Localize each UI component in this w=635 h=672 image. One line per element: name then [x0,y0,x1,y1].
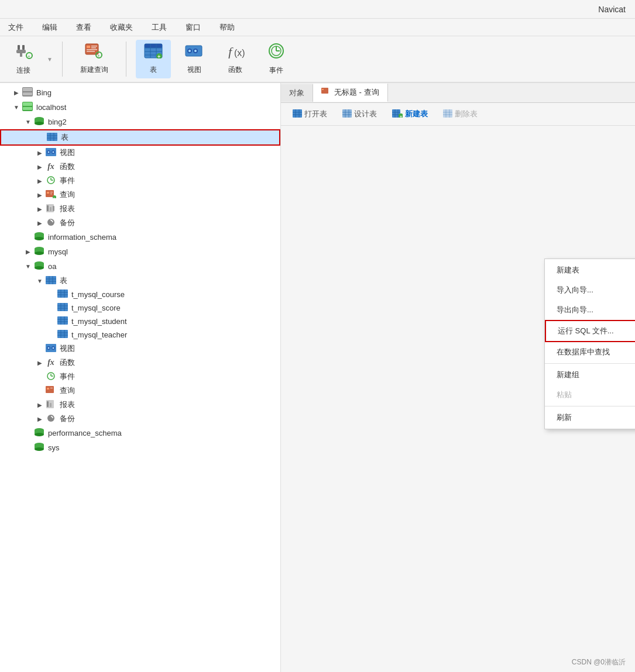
tab-query[interactable]: 无标题 - 查询 [313,84,388,102]
ctx-run-sql[interactable]: 运行 SQL 文件... 2 [545,320,635,342]
svg-text:+: + [400,115,402,118]
svg-rect-96 [57,330,68,338]
ctx-new-table[interactable]: 新建表 [545,260,635,280]
ctx-refresh[interactable]: 刷新 [545,408,635,428]
open-table-button[interactable]: 打开表 [287,106,333,122]
bing2-event-label: 事件 [60,175,75,186]
arrow-icon: ▶ [35,164,44,170]
menu-favorites[interactable]: 收藏夹 [107,21,136,34]
sidebar-item-bing2-table[interactable]: ▶ 表 1 [0,129,280,146]
toolbar-query-button[interactable]: + 新建查询 [72,40,116,78]
sidebar-item-oa-report[interactable]: ▶ 报表 [0,398,280,412]
sidebar-item-bing2-query[interactable]: ▶ + 查询 [0,188,280,202]
oa-query-label: 查询 [60,385,75,396]
ctx-export[interactable]: 导出向导... [545,300,635,320]
svg-point-27 [194,50,197,52]
ctx-divider-2 [545,406,635,406]
svg-point-66 [47,219,54,226]
sidebar-item-oa-t1[interactable]: ▶ t_mysql_course [0,288,280,301]
sidebar-item-bing2-event[interactable]: ▶ 事件 [0,174,280,188]
sidebar-item-oa-t2[interactable]: ▶ t_mysql_score [0,301,280,315]
oa-report-icon [44,400,57,410]
svg-point-50 [48,151,50,153]
query-folder-icon: + [44,190,57,200]
delete-table-label: 删除表 [455,109,478,119]
toolbar-table-button[interactable]: + 表 [136,40,171,78]
arrow-icon: ▶ [35,206,44,212]
oa-t4-icon [56,330,69,340]
sidebar: ▶ Bing ▼ localhost [0,83,281,672]
menu-window[interactable]: 窗口 [182,21,204,34]
sidebar-item-oa-table[interactable]: ▼ 表 [0,274,280,288]
sidebar-item-oa-func[interactable]: ▶ fx 函数 [0,356,280,370]
sidebar-item-bing2-func[interactable]: ▶ fx 函数 [0,160,280,174]
sidebar-item-bing[interactable]: ▶ Bing [0,85,280,100]
oa-event-icon [44,372,57,382]
perf-schema-label: performance_schema [48,429,122,437]
toolbar-view-button[interactable]: 视图 [177,40,212,78]
new-table-button[interactable]: + 新建表 [386,106,434,122]
svg-rect-57 [47,192,49,194]
arrow-icon: ▶ [35,416,44,422]
mysql-db-icon [33,246,46,257]
ctx-import[interactable]: 导入向导... [545,280,635,300]
query-tab-label: 无标题 - 查询 [334,87,379,98]
ctx-new-group[interactable]: 新建组 [545,365,635,385]
menu-tools[interactable]: 工具 [148,21,170,34]
sidebar-item-info-schema[interactable]: ▶ information_schema [0,230,280,244]
bing2-query-label: 查询 [60,189,75,200]
menu-file[interactable]: 文件 [5,21,27,34]
arrow-icon: ▶ [35,360,44,366]
sidebar-item-sys[interactable]: ▶ sys [0,440,280,455]
bing-server-icon [21,87,34,98]
bing2-backup-label: 备份 [60,218,75,228]
sidebar-item-bing2-view[interactable]: ▶ 视图 [0,146,280,160]
backup-folder-icon [44,218,57,228]
sidebar-item-localhost[interactable]: ▼ localhost [0,100,280,115]
toolbar-func-button[interactable]: f (x) 函数 [218,40,253,78]
func-icon: f (x) [226,43,245,63]
menu-view[interactable]: 查看 [73,21,95,34]
svg-rect-9 [91,47,96,49]
sys-db-icon [33,442,46,453]
bing2-view-label: 视图 [60,147,75,158]
menu-help[interactable]: 帮助 [216,21,238,34]
svg-rect-65 [53,206,54,211]
sidebar-item-oa-t3[interactable]: ▶ t_mysql_student [0,315,280,328]
ctx-find-in-db[interactable]: 在数据库中查找 [545,342,635,362]
open-table-icon [293,109,302,119]
arrow-icon: ▼ [23,263,33,270]
sidebar-item-oa-query[interactable]: ▶ 查询 [0,384,280,398]
svg-rect-124 [293,109,302,118]
sidebar-item-oa[interactable]: ▼ oa [0,259,280,274]
sidebar-item-bing2-backup[interactable]: ▶ 备份 [0,216,280,230]
oa-t2-icon [56,303,69,313]
design-table-button[interactable]: 设计表 [337,106,383,122]
svg-text:+: + [53,196,55,198]
toolbar-connect-button[interactable]: + 连接 [6,39,41,79]
bing2-db-icon [33,116,46,127]
sidebar-item-oa-view[interactable]: ▶ 视图 [0,342,280,356]
sidebar-item-bing2[interactable]: ▼ bing2 [0,115,280,129]
sidebar-item-mysql[interactable]: ▶ mysql [0,244,280,259]
menu-edit[interactable]: 编辑 [39,21,61,34]
svg-rect-8 [91,46,97,47]
svg-rect-111 [50,388,53,388]
oa-backup-label: 备份 [60,413,75,424]
sidebar-item-oa-t4[interactable]: ▶ t_mysql_teacher [0,328,280,342]
sidebar-item-oa-backup[interactable]: ▶ 备份 [0,412,280,426]
toolbar-event-button[interactable]: 事件 [259,39,294,79]
watermark: CSDN @0潜临沂 [572,657,626,667]
menu-bar: 文件 编辑 查看 收藏夹 工具 窗口 帮助 [0,19,635,36]
sidebar-item-bing2-report[interactable]: ▶ 报表 [0,202,280,216]
svg-point-75 [35,266,44,270]
toolbar-event-label: 事件 [269,66,283,75]
tree-container: ▶ Bing ▼ localhost [0,83,280,457]
svg-rect-10 [87,49,97,50]
svg-rect-2 [16,50,26,53]
sidebar-item-perf-schema[interactable]: ▶ performance_schema [0,426,280,440]
delete-table-button[interactable]: 删除表 [437,106,483,122]
sidebar-item-oa-event[interactable]: ▶ 事件 [0,370,280,384]
tab-objects[interactable]: 对象 [281,84,313,102]
oa-t1-label: t_mysql_course [71,290,125,299]
